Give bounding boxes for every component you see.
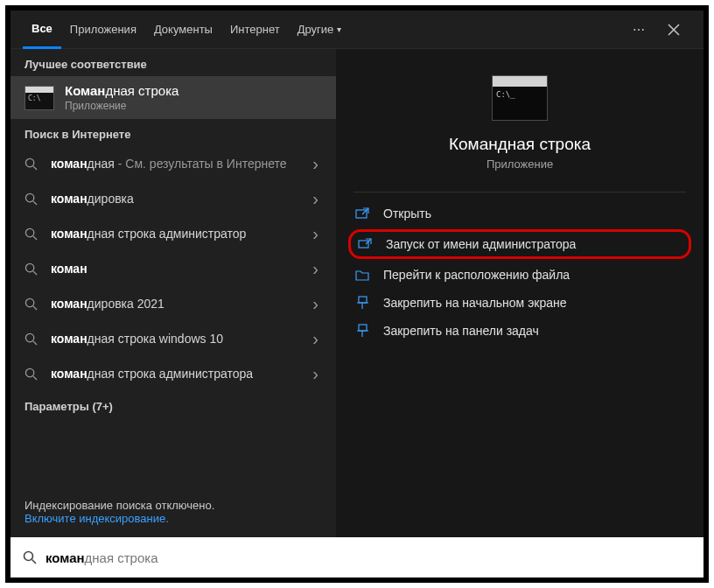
search-icon <box>23 550 37 564</box>
open-icon <box>355 207 371 220</box>
web-result-row[interactable]: командная строка администратора› <box>10 356 336 391</box>
web-result-row[interactable]: командировка 2021› <box>10 286 336 321</box>
action-run-as-admin-label: Запуск от имени администратора <box>386 237 576 251</box>
ellipsis-icon: ⋯ <box>633 23 645 37</box>
tab-web[interactable]: Интернет <box>221 10 289 49</box>
chevron-right-icon[interactable]: › <box>309 154 322 174</box>
divider <box>354 192 686 192</box>
tab-apps[interactable]: Приложения <box>61 10 145 49</box>
search-window: Все Приложения Документы Интернет Другие… <box>10 10 704 578</box>
section-web-label: Поиск в Интернете <box>10 119 336 146</box>
chevron-right-icon[interactable]: › <box>309 189 322 209</box>
search-input[interactable]: командная строка <box>46 550 691 565</box>
web-result-row[interactable]: командировка› <box>10 181 336 216</box>
svg-point-2 <box>25 228 33 236</box>
action-open[interactable]: Открыть <box>336 200 704 228</box>
svg-point-1 <box>25 193 33 201</box>
svg-rect-9 <box>359 297 367 303</box>
folder-icon <box>355 269 371 281</box>
more-options-button[interactable]: ⋯ <box>621 12 656 47</box>
search-bar[interactable]: командная строка <box>10 537 704 578</box>
chevron-down-icon: ▾ <box>337 24 341 34</box>
svg-rect-8 <box>359 241 368 248</box>
chevron-right-icon[interactable]: › <box>309 329 322 349</box>
preview-subtitle: Приложение <box>486 158 553 171</box>
svg-point-5 <box>25 333 33 341</box>
chevron-right-icon[interactable]: › <box>309 259 322 279</box>
tab-other-label: Другие <box>298 23 334 36</box>
search-icon <box>24 332 40 346</box>
results-panel: Лучшее соответствие Командная строка При… <box>10 49 336 537</box>
web-result-text: командировка 2021 <box>51 296 298 312</box>
shield-icon <box>358 237 374 251</box>
search-icon <box>24 262 40 276</box>
enable-indexing-link[interactable]: Включите индексирование. <box>24 512 322 525</box>
search-icon <box>24 192 40 206</box>
web-result-text: командная - См. результаты в Интернете <box>51 156 298 172</box>
web-result-row[interactable]: командная строка администратор› <box>10 216 336 251</box>
action-open-file-location[interactable]: Перейти к расположению файла <box>336 261 704 289</box>
action-open-file-location-label: Перейти к расположению файла <box>383 268 570 282</box>
svg-point-11 <box>24 552 33 561</box>
web-result-row[interactable]: коман› <box>10 251 336 286</box>
search-icon <box>24 228 40 241</box>
action-pin-to-taskbar[interactable]: Закрепить на панели задач <box>336 317 704 345</box>
section-settings-label: Параметры (7+) <box>10 391 336 418</box>
search-icon <box>24 158 40 171</box>
action-open-label: Открыть <box>383 206 431 220</box>
pin-taskbar-icon <box>355 324 371 338</box>
svg-point-3 <box>25 263 33 271</box>
svg-rect-10 <box>359 325 367 331</box>
svg-point-0 <box>25 158 33 166</box>
search-icon <box>24 368 40 381</box>
close-button[interactable] <box>656 12 691 47</box>
command-prompt-icon <box>24 86 54 110</box>
indexing-off-text: Индексирование поиска отключено. <box>24 499 322 512</box>
best-match-result[interactable]: Командная строка Приложение <box>10 76 336 119</box>
action-run-as-admin[interactable]: Запуск от имени администратора <box>348 229 691 259</box>
filter-tabs: Все Приложения Документы Интернет Другие… <box>10 10 704 49</box>
best-match-subtitle: Приложение <box>65 100 178 112</box>
best-match-title-rest: дная строка <box>105 83 178 98</box>
best-match-title-bold: Коман <box>65 83 105 98</box>
search-input-rest: дная строка <box>85 550 158 565</box>
search-input-bold: коман <box>46 550 85 565</box>
tab-documents[interactable]: Документы <box>145 10 221 49</box>
tab-all[interactable]: Все <box>23 10 61 49</box>
web-result-text: командная строка windows 10 <box>51 331 298 346</box>
app-thumbnail-icon <box>492 75 548 121</box>
section-best-match-label: Лучшее соответствие <box>10 49 336 76</box>
web-result-text: командная строка администратора <box>51 366 298 382</box>
action-pin-to-taskbar-label: Закрепить на панели задач <box>383 324 539 338</box>
best-match-title: Командная строка <box>65 83 178 98</box>
chevron-right-icon[interactable]: › <box>309 224 322 244</box>
svg-point-4 <box>25 298 33 306</box>
preview-panel: Командная строка Приложение Открыть Запу… <box>336 49 704 537</box>
action-pin-to-start-label: Закрепить на начальном экране <box>383 296 567 310</box>
web-result-text: командная строка администратор <box>51 226 298 242</box>
indexing-notice: Индексирование поиска отключено. Включит… <box>10 488 336 537</box>
close-icon <box>668 24 680 36</box>
pin-start-icon <box>355 296 371 310</box>
action-pin-to-start[interactable]: Закрепить на начальном экране <box>336 289 704 317</box>
search-icon <box>24 298 40 311</box>
web-result-row[interactable]: командная строка windows 10› <box>10 321 336 356</box>
web-result-text: коман <box>51 261 298 276</box>
svg-point-6 <box>25 368 33 376</box>
chevron-right-icon[interactable]: › <box>309 294 322 314</box>
web-result-row[interactable]: командная - См. результаты в Интернете› <box>10 146 336 181</box>
web-result-text: командировка <box>51 191 298 206</box>
preview-title: Командная строка <box>449 135 591 154</box>
chevron-right-icon[interactable]: › <box>309 364 322 384</box>
tab-other[interactable]: Другие ▾ <box>289 10 351 49</box>
